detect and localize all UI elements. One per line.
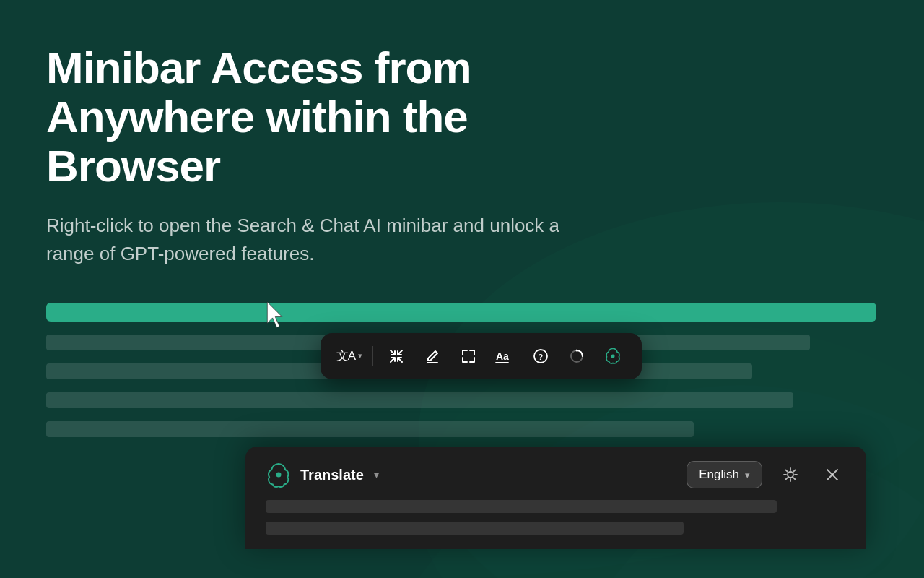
collapse-icon: [388, 348, 404, 364]
minibar-translate-button[interactable]: 文A ▾: [334, 340, 365, 372]
translate-feature-label: Translate: [300, 467, 364, 483]
content-line-5: [46, 421, 694, 437]
content-preview: 文A ▾: [46, 303, 876, 437]
minibar-help-button[interactable]: ?: [525, 340, 557, 372]
svg-point-7: [576, 349, 578, 351]
minibar-expand-button[interactable]: [453, 340, 484, 372]
translate-feature-chevron[interactable]: ▾: [374, 469, 379, 480]
svg-line-18: [786, 478, 788, 479]
page-headline: Minibar Access from Anywhere within the …: [46, 43, 638, 191]
svg-text:Aa: Aa: [496, 350, 509, 362]
brightness-button[interactable]: [777, 461, 804, 488]
translate-panel: Translate ▾ English ▾: [245, 447, 866, 549]
svg-line-17: [793, 470, 795, 472]
translate-dropdown-chevron: ▾: [358, 351, 362, 361]
svg-text:?: ?: [539, 352, 544, 361]
svg-line-15: [786, 470, 788, 472]
content-line-4: [46, 392, 793, 408]
content-line-1: [46, 303, 876, 322]
expand-icon: [461, 348, 476, 364]
language-chevron-icon: ▾: [745, 470, 750, 480]
translate-result: [266, 500, 846, 535]
minibar-separator-1: [372, 346, 373, 366]
format-icon: Aa: [495, 348, 514, 364]
svg-point-10: [788, 472, 793, 478]
translate-icon: 文A: [336, 348, 355, 364]
result-line-2: [266, 522, 684, 535]
brightness-icon: [783, 467, 798, 483]
minibar-openai-button[interactable]: [597, 340, 629, 372]
help-icon: ?: [533, 348, 549, 364]
loading-icon: [569, 348, 585, 364]
minibar-loading-button[interactable]: [561, 340, 593, 372]
page-subheadline: Right-click to open the Search & Chat AI…: [46, 212, 566, 268]
translate-logo: [266, 462, 292, 488]
minibar-collapse-button[interactable]: [380, 340, 412, 372]
minibar-toolbar: 文A ▾: [321, 333, 642, 379]
translate-header: Translate ▾ English ▾: [266, 461, 846, 488]
language-selector[interactable]: English ▾: [687, 461, 762, 488]
svg-point-8: [611, 354, 615, 358]
translate-close-button[interactable]: [819, 461, 846, 488]
minibar-format-button[interactable]: Aa: [489, 340, 520, 372]
svg-line-16: [793, 478, 795, 479]
svg-point-9: [276, 473, 282, 478]
result-line-1: [266, 500, 777, 513]
language-label: English: [699, 467, 739, 482]
close-icon: [825, 467, 840, 482]
openai-icon: [603, 347, 622, 366]
minibar-edit-button[interactable]: [417, 340, 448, 372]
edit-icon: [424, 348, 440, 364]
